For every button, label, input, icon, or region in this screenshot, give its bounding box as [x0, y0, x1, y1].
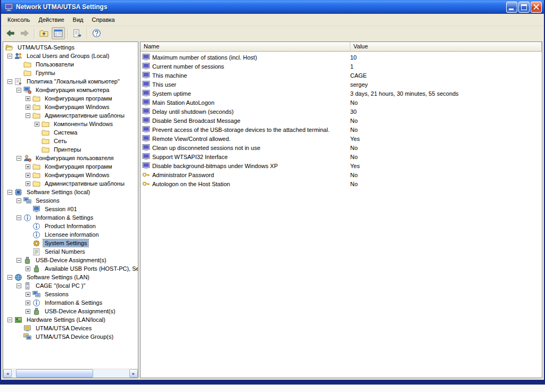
list-row[interactable]: Support WTSAPI32 InterfaceNo — [141, 152, 542, 161]
tree-item[interactable]: Session #01 — [3, 205, 138, 213]
list-row[interactable]: Maximum number of stations (incl. Host)1… — [141, 53, 542, 62]
tree-item[interactable]: UTMA/UTSA Devices — [3, 324, 138, 332]
tree-expander[interactable]: − — [7, 318, 12, 322]
tree-expander[interactable]: + — [26, 96, 30, 101]
tree-item[interactable]: −Конфигурация компьютера — [3, 86, 138, 94]
tree-item-label: Политика "Локальный компьютер" — [25, 78, 121, 85]
menu-item-2[interactable]: Действие — [34, 15, 68, 24]
list-row[interactable]: This usersergey — [141, 80, 542, 89]
tree-expander[interactable]: + — [26, 309, 30, 314]
tree-item[interactable]: −USB-Device Assignment(s) — [3, 256, 138, 264]
tree-item-label: USB-Device Assignment(s) — [34, 256, 108, 264]
tree-item[interactable]: −CAGE "(local PC )" — [3, 281, 138, 290]
help-button[interactable] — [90, 27, 103, 39]
minimize-button[interactable] — [506, 2, 517, 13]
column-header-name[interactable]: Name — [141, 42, 350, 52]
scroll-right-button[interactable]: ► — [129, 369, 138, 378]
list-row[interactable]: Disable background-bitmaps under Windows… — [141, 161, 542, 170]
tree-item[interactable]: Сеть — [3, 137, 138, 145]
menu-item-4[interactable]: Справка — [88, 15, 119, 24]
list-row[interactable]: Administrator PasswordNo — [141, 170, 542, 179]
terminal-icon — [142, 107, 151, 115]
list-row[interactable]: This machineCAGE — [141, 71, 542, 80]
tree-item[interactable]: +Административные шаблоны — [3, 179, 138, 188]
tree-item[interactable]: +Sessions — [3, 290, 138, 298]
tree-item[interactable]: −Local Users and Groups (Local) — [3, 52, 138, 60]
tree-item[interactable]: +USB-Device Assignment(s) — [3, 307, 138, 315]
tree-item[interactable]: UTMA/UTSA-Settings — [3, 43, 138, 52]
horizontal-scrollbar[interactable]: ◄ ► — [3, 369, 138, 378]
tree-item[interactable]: −Information & Settings — [3, 213, 138, 222]
tree-expander[interactable]: + — [26, 181, 30, 186]
menu-item-1[interactable]: Консоль — [3, 15, 34, 24]
tree-item[interactable]: +Available USB Ports (HOST-PC), Sett — [3, 264, 138, 273]
tree-expander[interactable]: + — [26, 173, 30, 178]
tree-item[interactable]: Licensee information — [3, 230, 138, 239]
tree-item[interactable]: Принтеры — [3, 145, 138, 154]
up-folder-button[interactable] — [37, 27, 51, 39]
maximize-button[interactable] — [518, 2, 530, 13]
menu-item-3[interactable]: Вид — [69, 15, 88, 24]
tree-expander[interactable]: − — [16, 215, 21, 220]
list-row-value: CAGE — [350, 72, 542, 79]
tree-expander[interactable]: − — [16, 88, 21, 93]
back-button[interactable] — [4, 27, 17, 39]
list-row-value: sergey — [350, 81, 542, 88]
list-row[interactable]: Autologon on the Host StationNo — [141, 179, 542, 188]
export-list-button[interactable] — [71, 27, 84, 39]
tree-item[interactable]: −Sessions — [3, 196, 138, 205]
tree-item[interactable]: −Административные шаблоны — [3, 111, 138, 120]
tree-item[interactable]: +Конфигурация Windows — [3, 103, 138, 111]
column-header-value[interactable]: Value — [350, 42, 542, 52]
list-row[interactable]: Delay until shutdown (seconds)30 — [141, 107, 542, 116]
tree-expander[interactable]: + — [26, 292, 30, 297]
toggle-console-tree-icon — [54, 29, 63, 38]
tree-item[interactable]: −Software Settings (LAN) — [3, 273, 138, 281]
tree-expander[interactable]: + — [26, 105, 30, 110]
tree-expander[interactable]: − — [16, 156, 21, 161]
scroll-left-button[interactable]: ◄ — [3, 369, 12, 378]
tree-expander[interactable]: + — [26, 301, 30, 305]
tree-item[interactable]: −Политика "Локальный компьютер" — [3, 77, 138, 86]
tree-expander[interactable]: + — [26, 164, 30, 169]
tree-item[interactable]: Serial Numbers — [3, 247, 138, 256]
scroll-thumb[interactable] — [16, 369, 93, 378]
list-row[interactable]: Main Station AutoLogonNo — [141, 98, 542, 107]
tree-expander[interactable]: + — [35, 122, 39, 127]
tree-item[interactable]: −Hardware Settings (LAN/local) — [3, 315, 138, 324]
tree-item[interactable]: −Конфигурация пользователя — [3, 154, 138, 162]
tree-expander[interactable]: − — [16, 258, 21, 263]
tree-expander[interactable]: − — [7, 54, 12, 59]
tree-expander[interactable]: − — [7, 79, 12, 84]
tree-item[interactable]: System Settings — [3, 239, 138, 247]
list-row[interactable]: Current number of sessions1 — [141, 62, 542, 71]
tree-item[interactable]: +Конфигурация программ — [3, 94, 138, 103]
tree-item[interactable]: Product Information — [3, 222, 138, 230]
tree-item-label: Конфигурация Windows — [43, 171, 111, 179]
tree-expander[interactable]: − — [16, 283, 21, 288]
title-bar[interactable]: Network UTMA/UTSA Settings — [1, 0, 544, 14]
tree-expander[interactable]: − — [26, 113, 30, 118]
tree-item[interactable]: Группы — [3, 69, 138, 77]
close-button[interactable] — [531, 2, 542, 13]
forward-button[interactable] — [18, 27, 31, 39]
list-row[interactable]: Prevent access of the USB-storage device… — [141, 125, 542, 134]
tree-item[interactable]: −Software Settings (local) — [3, 188, 138, 196]
tree-expander[interactable]: − — [7, 190, 12, 195]
tree-item[interactable]: +Information & Settings — [3, 298, 138, 307]
tree-item[interactable]: Пользователи — [3, 60, 138, 69]
list-row[interactable]: Remote View/Control allowed.Yes — [141, 134, 542, 143]
tree-item[interactable]: Система — [3, 128, 138, 137]
tree-expander[interactable]: + — [26, 266, 30, 271]
list-row[interactable]: System uptime3 days, 21 hours, 30 minute… — [141, 89, 542, 98]
tree-item[interactable]: +Конфигурация программ — [3, 162, 138, 171]
tree-item[interactable]: UTMA/UTSA Device Group(s) — [3, 332, 138, 341]
tree-item[interactable]: +Конфигурация Windows — [3, 171, 138, 179]
tree-item-label: CAGE "(local PC )" — [34, 282, 87, 289]
tree-expander[interactable]: − — [16, 198, 21, 203]
list-row[interactable]: Disable Send Broadcast MessageNo — [141, 116, 542, 125]
toggle-console-tree-button[interactable] — [52, 27, 65, 39]
tree-item[interactable]: +Компоненты Windows — [3, 120, 138, 128]
list-row[interactable]: Clean up disconneted sessions not in use… — [141, 143, 542, 152]
tree-expander[interactable]: − — [7, 275, 12, 280]
